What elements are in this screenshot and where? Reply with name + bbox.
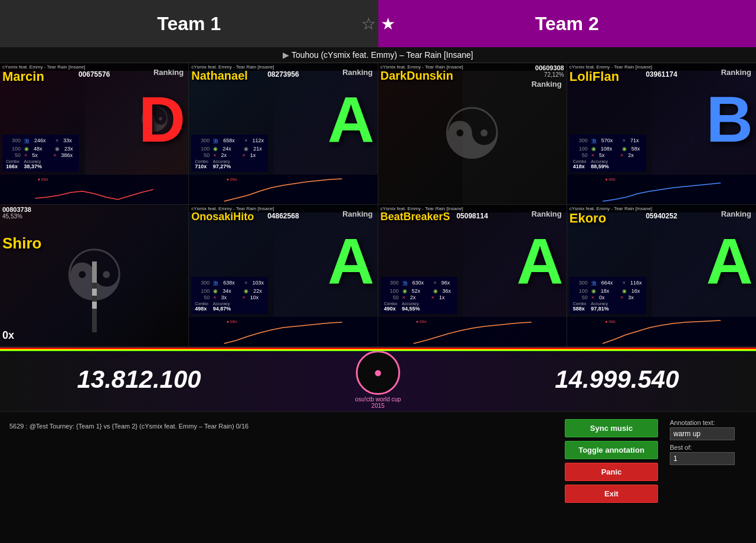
shiro-name: Shiro — [2, 234, 41, 253]
song-bar: ▶ Touhou (cYsmix feat. Emmy) – Tear Rain… — [0, 47, 756, 63]
nathanael-name: Nathanael — [191, 69, 248, 83]
marcin-stats: 300激246x ×33x 100◉48x ◉23x 50×5x ×386x C… — [2, 135, 79, 172]
best-of-label: Best of: — [670, 444, 747, 451]
player-loliflan: cYsmix feat. Emmy - Tear Rain [Insane] L… — [567, 63, 756, 205]
osu-logo: ● osu!ctb world cup 2015 — [355, 351, 401, 409]
beatbreakers-stats: 300激630x ×96x 100◉52x ◉36x 50×2x ×1x Com… — [381, 277, 457, 314]
player-beatbreakers: cYsmix feat. Emmy - Tear Rain [Insane] B… — [378, 205, 567, 346]
onosakihito-name: OnosakiHito — [191, 211, 254, 223]
onosakihito-ranking-label: Ranking — [342, 210, 372, 218]
team2-header: Team 2 — [378, 0, 757, 47]
loliflan-rank: B — [706, 87, 753, 152]
svg-text:● osu: ● osu — [227, 319, 237, 323]
loliflan-ranking-label: Ranking — [721, 68, 751, 77]
team1-header: Team 1 — [0, 0, 378, 47]
play-icon: ▶ — [283, 50, 289, 60]
team2-title: Team 2 — [535, 13, 599, 35]
ekoro-name: Ekoro — [570, 211, 606, 226]
nathanael-stats: 300激658x ×112x 100◉24x ◉21x 50×2x ×1x Co… — [191, 135, 268, 172]
team1-title: Team 1 — [157, 13, 221, 35]
star-row: ☆ ★ — [361, 14, 395, 34]
marcin-name: Marcin — [2, 69, 44, 84]
annotation-text-label: Annotation text: — [670, 419, 747, 426]
onosakihito-rank: A — [328, 228, 374, 293]
shiro-zero-score: 0x — [2, 329, 14, 342]
sync-music-button[interactable]: Sync music — [565, 419, 658, 437]
loliflan-graph: ● osu — [567, 175, 756, 204]
players-grid: ☯ cYsmix feat. Emmy - Tear Rain [Insane]… — [0, 63, 756, 346]
svg-text:● osu: ● osu — [415, 319, 426, 323]
darkdunskin-accuracy-top: 72,12% — [544, 71, 564, 78]
ekoro-ranking-label: Ranking — [721, 210, 751, 218]
nathanael-rank: A — [328, 87, 374, 152]
darkdunskin-ranking-label: Ranking — [531, 80, 561, 89]
ekoro-graph: ● osu — [567, 317, 756, 346]
beatbreakers-ranking-label: Ranking — [531, 210, 561, 218]
player-onosakihito: cYsmix feat. Emmy - Tear Rain [Insane] O… — [189, 205, 378, 346]
ekoro-rank: A — [706, 228, 753, 293]
player-darkdunskin: ☯ cYsmix feat. Emmy - Tear Rain [Insane]… — [378, 63, 567, 205]
annotation-text-input[interactable] — [670, 427, 735, 440]
header: Team 1 Team 2 ☆ ★ — [0, 0, 756, 47]
ekoro-stats: 300激664x ×116x 100◉18x ◉16x 50×0x ×3x Co… — [570, 277, 646, 314]
svg-text:● osu: ● osu — [227, 177, 237, 181]
panic-button[interactable]: Panic — [565, 463, 658, 481]
team-scores-bar: 13.812.100 ● osu!ctb world cup 2015 14.9… — [0, 346, 756, 411]
nathanael-graph: ● osu — [189, 175, 377, 204]
marcin-rank: D — [139, 87, 185, 152]
song-title: Touhou (cYsmix feat. Emmy) – Tear Rain [… — [292, 50, 473, 60]
player-shiro: ☯ 00803738 45,53% Shiro 0x — [0, 205, 189, 346]
svg-text:● osu: ● osu — [605, 177, 616, 181]
loliflan-name: LoliFlan — [570, 69, 619, 84]
shiro-accuracy: 45,53% — [2, 213, 22, 220]
bottom-controls-bar: 5629 : @Test Tourney: {Team 1} vs {Team … — [0, 411, 756, 543]
marcin-ranking-label: Ranking — [153, 68, 184, 77]
star-filled-icon[interactable]: ★ — [381, 14, 395, 34]
player-nathanael: cYsmix feat. Emmy - Tear Rain [Insane] N… — [189, 63, 378, 205]
svg-text:● osu: ● osu — [605, 319, 616, 323]
control-buttons: Sync music Toggle annotation Panic Exit — [565, 419, 658, 503]
star-empty-icon[interactable]: ☆ — [361, 14, 376, 34]
svg-text:● osu: ● osu — [38, 177, 48, 181]
onosakihito-graph: ● osu — [189, 317, 377, 346]
darkdunskin-name: DarkDunskin — [381, 69, 453, 83]
team2-score-value: 14.999.540 — [555, 365, 679, 394]
annotation-controls: Annotation text: Best of: — [670, 419, 747, 465]
darkdunskin-score-top: 00609308 — [535, 64, 564, 71]
beatbreakers-name: BeatBreakerS — [381, 211, 450, 223]
loliflan-stats: 300激570x ×71x 100◉108x ◉58x 50×5x ×2x Co… — [570, 135, 646, 172]
marcin-graph: ● osu — [0, 175, 188, 204]
best-of-input[interactable] — [670, 452, 735, 465]
shiro-score-display: 00803738 — [2, 206, 31, 213]
irc-message: 5629 : @Test Tourney: {Team 1} vs {Team … — [9, 419, 553, 430]
player-ekoro: cYsmix feat. Emmy - Tear Rain [Insane] E… — [567, 205, 756, 346]
team1-score-value: 13.812.100 — [77, 365, 201, 394]
beatbreakers-rank: A — [516, 228, 563, 293]
exit-button[interactable]: Exit — [565, 485, 658, 503]
onosakihito-stats: 300激638x ×103x 100◉34x ◉22x 50×3x ×10x C… — [191, 277, 268, 314]
beatbreakers-graph: ● osu — [378, 317, 567, 346]
osu-logo-text: osu!ctb world cup 2015 — [355, 396, 401, 409]
nathanael-ranking-label: Ranking — [342, 68, 372, 77]
player-marcin: ☯ cYsmix feat. Emmy - Tear Rain [Insane]… — [0, 63, 189, 205]
toggle-annotation-button[interactable]: Toggle annotation — [565, 441, 658, 459]
